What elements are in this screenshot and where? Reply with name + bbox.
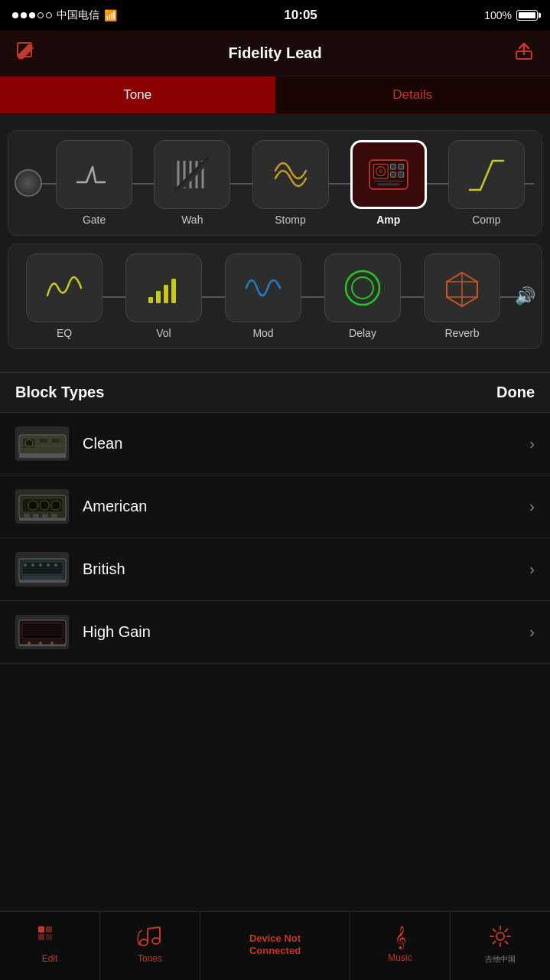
svg-rect-40	[42, 514, 48, 518]
svg-rect-29	[19, 454, 66, 458]
svg-point-64	[39, 642, 42, 645]
vol-block	[125, 253, 202, 322]
svg-point-23	[346, 271, 379, 305]
svg-rect-39	[33, 514, 39, 518]
status-left: 中国电信 📶	[12, 8, 117, 22]
amp-label: Amp	[376, 214, 400, 226]
svg-rect-62	[19, 645, 66, 646]
effect-wah[interactable]: Wah	[143, 140, 241, 226]
music-tab-icon: 𝄞	[395, 926, 406, 949]
carrier-label: 中国电信	[57, 8, 99, 22]
bottom-tab-device[interactable]: Device NotConnected	[200, 912, 350, 980]
svg-rect-22	[171, 279, 176, 303]
page-title: Fidelity Lead	[228, 44, 321, 62]
chevron-american: ›	[529, 498, 535, 515]
edit-icon[interactable]	[15, 41, 37, 67]
svg-rect-38	[24, 514, 30, 518]
effects-row-2: EQ Vol Mod	[8, 243, 542, 349]
effect-delay[interactable]: Delay	[313, 253, 412, 339]
eq-label: EQ	[57, 327, 72, 339]
block-types-title: Block Types	[15, 384, 104, 401]
svg-rect-14	[399, 164, 404, 169]
reverb-block	[424, 253, 500, 322]
svg-rect-18	[377, 183, 399, 185]
wah-block	[154, 140, 230, 209]
svg-line-8	[177, 159, 210, 193]
svg-rect-27	[39, 438, 48, 443]
bottom-tab-settings[interactable]: 吉他中国	[451, 912, 550, 980]
amp-name-clean: Clean	[83, 435, 529, 452]
svg-rect-41	[51, 514, 57, 518]
settings-tab-label: 吉他中国	[485, 954, 516, 965]
share-icon[interactable]	[513, 41, 535, 67]
signal-dots	[12, 12, 52, 18]
wah-label: Wah	[181, 214, 203, 226]
amp-type-clean[interactable]: Clean ›	[0, 413, 550, 475]
dot-3	[29, 12, 35, 18]
tab-tone[interactable]: Tone	[0, 77, 275, 113]
tones-tab-label: Tones	[138, 953, 162, 964]
bottom-tab-bar: Edit Tones Device NotConnected 𝄞 Music	[0, 911, 550, 980]
svg-point-36	[51, 501, 60, 510]
effect-vol[interactable]: Vol	[114, 253, 213, 339]
effect-amp[interactable]: Amp	[340, 140, 438, 226]
chevron-high-gain: ›	[529, 623, 535, 641]
nav-bar: Fidelity Lead	[0, 31, 550, 77]
effect-mod[interactable]: Mod	[213, 253, 313, 339]
dot-5	[46, 12, 52, 18]
amp-thumb-british	[15, 552, 69, 586]
svg-rect-20	[156, 291, 161, 303]
eq-block	[26, 253, 103, 322]
svg-point-75	[496, 933, 504, 940]
svg-rect-19	[148, 297, 153, 303]
svg-point-71	[152, 938, 160, 944]
comp-block	[448, 140, 525, 209]
svg-point-52	[47, 564, 50, 567]
block-types-header: Block Types Done	[0, 372, 550, 413]
dot-2	[21, 12, 27, 18]
delay-block	[324, 253, 401, 322]
bottom-tab-music[interactable]: 𝄞 Music	[350, 912, 450, 980]
dot-1	[12, 12, 18, 18]
svg-rect-48	[19, 580, 66, 583]
input-ball	[15, 169, 42, 197]
tab-details[interactable]: Details	[275, 77, 551, 113]
effect-stomp[interactable]: Stomp	[241, 140, 339, 226]
svg-rect-21	[164, 285, 168, 303]
reverb-label: Reverb	[444, 327, 479, 339]
done-button[interactable]: Done	[496, 384, 535, 401]
svg-point-63	[28, 642, 31, 645]
effect-reverb[interactable]: Reverb	[412, 253, 512, 339]
effect-comp[interactable]: Comp	[438, 140, 535, 226]
chevron-british: ›	[529, 560, 535, 578]
bottom-tab-edit[interactable]: Edit	[0, 912, 99, 980]
effect-gate[interactable]: Gate	[45, 140, 143, 226]
settings-tab-icon	[489, 925, 512, 951]
dot-4	[37, 12, 44, 18]
svg-rect-67	[46, 926, 52, 933]
tones-tab-icon	[136, 926, 164, 950]
edit-tab-icon	[37, 926, 62, 950]
amp-thumb-american	[15, 489, 69, 524]
svg-point-34	[28, 501, 37, 510]
gate-label: Gate	[83, 214, 106, 226]
vol-label: Vol	[156, 327, 171, 339]
bottom-spacer	[0, 664, 550, 733]
svg-rect-37	[19, 518, 66, 521]
status-right: 100%	[484, 9, 538, 21]
stomp-label: Stomp	[275, 214, 305, 226]
amp-type-british[interactable]: British ›	[0, 538, 550, 601]
svg-rect-16	[399, 172, 404, 178]
gate-block	[56, 140, 132, 209]
amp-type-high-gain[interactable]: High Gain ›	[0, 601, 550, 664]
amp-name-american: American	[83, 498, 529, 515]
battery-icon	[516, 10, 538, 21]
amp-type-american[interactable]: American ›	[0, 475, 550, 538]
amp-type-list: Clean › American ›	[0, 413, 550, 664]
svg-point-12	[379, 169, 382, 173]
effect-eq[interactable]: EQ	[15, 253, 114, 339]
bottom-tab-tones[interactable]: Tones	[100, 912, 200, 980]
mod-label: Mod	[252, 327, 273, 339]
clock: 10:05	[284, 8, 317, 23]
svg-rect-15	[390, 172, 395, 178]
